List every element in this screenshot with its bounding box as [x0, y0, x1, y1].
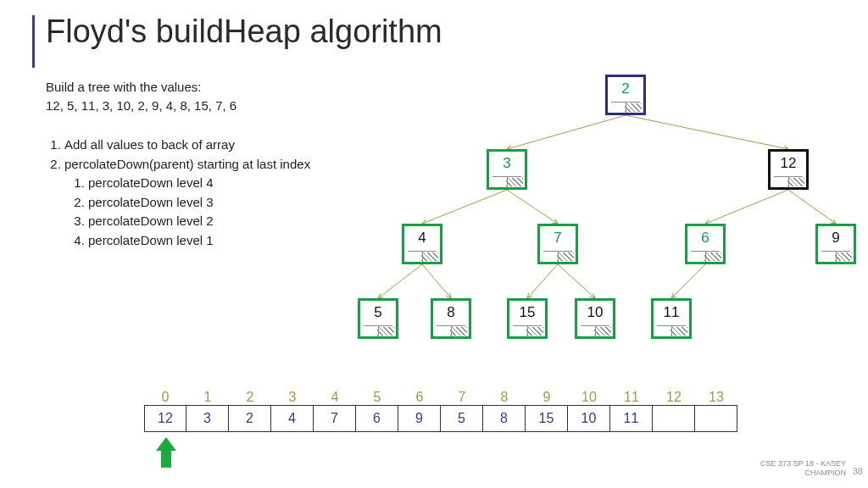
array-cell: 9: [398, 405, 441, 432]
step-2-4: percolateDown level 1: [88, 231, 310, 251]
intro-line2: 12, 5, 11, 3, 10, 2, 9, 4, 8, 15, 7, 6: [46, 97, 236, 115]
tree-node: 9: [815, 224, 856, 264]
array-cell: [653, 405, 695, 432]
array-strip: 012345678910111213 1232476958151011: [144, 390, 754, 432]
step-2-3: percolateDown level 2: [88, 212, 310, 231]
svg-line-8: [527, 264, 558, 298]
array-cell: 11: [610, 405, 653, 432]
array-index: 1: [186, 390, 229, 405]
array-index-row: 012345678910111213: [144, 390, 754, 405]
array-index: 6: [398, 390, 441, 405]
array-index: 12: [653, 390, 695, 405]
page-title: Floyd's buildHeap algorithm: [46, 14, 442, 50]
svg-line-5: [788, 190, 836, 224]
array-cell: 5: [441, 405, 483, 432]
array-index: 4: [314, 390, 356, 405]
array-index: 2: [229, 390, 271, 405]
tree-node-root: 2: [605, 75, 646, 115]
svg-line-0: [507, 115, 626, 149]
tree-node: 5: [358, 298, 398, 339]
svg-line-9: [558, 264, 595, 298]
svg-line-1: [626, 115, 788, 149]
array-cell: 3: [186, 405, 229, 432]
array-cell: 4: [271, 405, 314, 432]
tree-node: 10: [575, 298, 615, 339]
array-index: 9: [526, 390, 568, 405]
array-cell: 2: [229, 405, 271, 432]
intro-text: Build a tree with the values: 12, 5, 11,…: [46, 78, 236, 115]
array-index: 5: [356, 390, 398, 405]
tree-node: 15: [507, 298, 548, 339]
svg-line-3: [507, 190, 558, 224]
array-index: 7: [441, 390, 483, 405]
array-cell: 10: [568, 405, 610, 432]
array-cell-row: 1232476958151011: [144, 405, 754, 432]
step-2-2: percolateDown level 3: [88, 193, 310, 213]
array-cell: 15: [526, 405, 568, 432]
tree-node: 8: [431, 298, 471, 339]
svg-line-4: [705, 190, 788, 224]
array-cell: 7: [314, 405, 356, 432]
accent-bar: [32, 15, 35, 68]
svg-line-2: [422, 190, 507, 224]
arrow-stem: [161, 451, 171, 468]
step-1: Add all values to back of array: [64, 136, 310, 155]
array-index: 13: [695, 390, 737, 405]
tree-node: 4: [402, 224, 442, 264]
steps-list: Add all values to back of array percolat…: [46, 136, 310, 250]
page-number: 38: [853, 466, 863, 476]
arrow-up-icon: [156, 437, 176, 451]
array-index: 0: [144, 390, 186, 405]
tree-node: 11: [651, 298, 692, 339]
array-index: 10: [568, 390, 610, 405]
array-index: 3: [271, 390, 314, 405]
array-cell: 8: [483, 405, 526, 432]
intro-line1: Build a tree with the values:: [46, 78, 236, 97]
step-2-label: percolateDown(parent) starting at last i…: [64, 157, 310, 171]
tree-node: 3: [487, 149, 527, 190]
array-index: 8: [483, 390, 526, 405]
array-cell: 6: [356, 405, 398, 432]
svg-line-6: [378, 264, 422, 298]
svg-line-7: [422, 264, 451, 298]
tree-node: 7: [537, 224, 578, 264]
array-cell: 12: [144, 405, 186, 432]
heap-tree: 2 3 12 4 7 6 9 5 8 15 10 11: [339, 73, 856, 361]
svg-line-10: [671, 264, 705, 298]
tree-node: 12: [768, 149, 809, 190]
tree-node: 6: [685, 224, 726, 264]
array-index: 11: [610, 390, 653, 405]
step-2-1: percolateDown level 4: [88, 174, 310, 193]
array-cell: [695, 405, 737, 432]
footer-credit: CSE 373 SP 18 - KASEY CHAMPION: [760, 459, 846, 478]
step-2: percolateDown(parent) starting at last i…: [64, 155, 310, 251]
